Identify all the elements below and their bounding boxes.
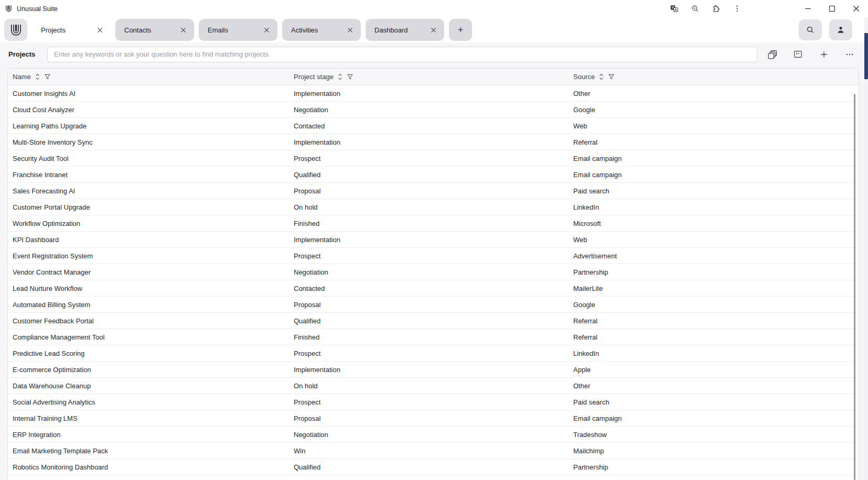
cell-name: Customer Feedback Portal: [8, 317, 294, 325]
cell-source: Mailchimp: [573, 447, 859, 455]
cell-name: Learning Paths Upgrade: [8, 122, 294, 130]
table-row[interactable]: Lead Nurture Workflow Contacted MailerLi…: [8, 280, 859, 297]
cell-source: Paid search: [573, 398, 859, 406]
table-row[interactable]: Partner Portal Implementation Microsoft: [8, 475, 859, 480]
filter-icon[interactable]: [608, 73, 615, 80]
cell-stage: Finished: [294, 220, 573, 227]
table-row[interactable]: Multi-Store Inventory Sync Implementatio…: [8, 134, 859, 150]
tab-emails[interactable]: Emails: [199, 19, 277, 41]
cell-source: MailerLite: [573, 285, 859, 292]
column-label: Project stage: [294, 73, 334, 81]
table-row[interactable]: Cloud Cost Analyzer Negotiation Google: [8, 102, 859, 118]
zoom-out-icon[interactable]: [684, 0, 705, 17]
table-row[interactable]: Security Audit Tool Prospect Email campa…: [8, 150, 859, 167]
tab-close-icon[interactable]: [428, 25, 438, 35]
cell-stage: On hold: [294, 203, 573, 211]
sort-icon[interactable]: [598, 73, 604, 80]
cell-source: Email campaign: [573, 171, 859, 179]
cell-name: Sales Forecasting AI: [8, 187, 294, 195]
window-controls: [796, 0, 868, 17]
cell-source: Microsoft: [573, 220, 859, 227]
titlebar-right: [663, 0, 868, 17]
cell-name: Multi-Store Inventory Sync: [8, 138, 294, 146]
table-row[interactable]: Compliance Management Tool Finished Refe…: [8, 329, 859, 345]
cell-stage: Prospect: [294, 252, 573, 260]
toolbar: Projects: [0, 42, 868, 66]
table-row[interactable]: Workflow Optimization Finished Microsoft: [8, 215, 859, 232]
table-row[interactable]: Franchise Intranet Qualified Email campa…: [8, 167, 859, 183]
table-row[interactable]: Customer Portal Upgrade On hold LinkedIn: [8, 199, 859, 215]
tab-close-icon[interactable]: [178, 25, 188, 35]
tab-label: Emails: [208, 26, 262, 34]
search-input[interactable]: [47, 47, 757, 62]
cell-stage: Implementation: [294, 366, 573, 374]
table-row[interactable]: Event Registration System Prospect Adver…: [8, 248, 859, 264]
page-scrollbar: [864, 17, 868, 480]
tab-close-icon[interactable]: [345, 25, 355, 35]
filter-icon[interactable]: [44, 73, 51, 80]
cell-name: ERP Integration: [8, 431, 294, 439]
cell-source: Partnership: [573, 268, 859, 276]
tab-contacts[interactable]: Contacts: [115, 19, 194, 41]
new-tab-button[interactable]: +: [449, 19, 472, 41]
titlebar-left: Unusual Suite: [0, 5, 58, 13]
cell-source: Other: [573, 90, 859, 97]
cell-stage: Qualified: [294, 317, 573, 325]
cell-name: Email Marketing Template Pack: [8, 447, 294, 455]
cell-name: Robotics Monitoring Dashboard: [8, 463, 294, 471]
table-row[interactable]: Customer Insights AI Implementation Othe…: [8, 85, 859, 102]
filter-icon[interactable]: [347, 73, 353, 80]
table-row[interactable]: Vendor Contract Manager Negotiation Part…: [8, 264, 859, 280]
minimize-icon[interactable]: [796, 0, 820, 17]
table-row[interactable]: Robotics Monitoring Dashboard Qualified …: [8, 459, 859, 475]
table-row[interactable]: Email Marketing Template Pack Win Mailch…: [8, 443, 859, 459]
table-row[interactable]: Internal Training LMS Proposal Email cam…: [8, 410, 859, 427]
tab-close-icon[interactable]: [95, 25, 104, 35]
table-row[interactable]: Data Warehouse Cleanup On hold Other: [8, 378, 859, 394]
table-row[interactable]: Automated Billing System Proposal Google: [8, 297, 859, 313]
table-row[interactable]: ERP Integration Negotiation Tradeshow: [8, 427, 859, 443]
cell-stage: On hold: [294, 382, 573, 390]
tab-projects[interactable]: Projects: [32, 19, 111, 41]
sort-icon[interactable]: [337, 73, 343, 80]
more-icon[interactable]: [837, 46, 862, 63]
cell-source: Partnership: [573, 463, 859, 471]
table-row[interactable]: Learning Paths Upgrade Contacted Web: [8, 118, 859, 134]
cell-name: Customer Portal Upgrade: [8, 203, 294, 211]
board-icon[interactable]: [785, 46, 811, 63]
cell-source: Referral: [573, 317, 859, 325]
table-row[interactable]: Social Advertising Analytics Prospect Pa…: [8, 394, 859, 410]
app-window: Unusual Suite: [0, 0, 868, 480]
copy-icon[interactable]: [759, 46, 785, 63]
page-scrollbar-thumb[interactable]: [864, 33, 868, 79]
tab-close-icon[interactable]: [262, 25, 271, 35]
cell-name: Vendor Contract Manager: [8, 268, 294, 276]
sort-icon[interactable]: [35, 73, 40, 80]
table-row[interactable]: E-commerce Optimization Implementation A…: [8, 362, 859, 378]
cell-name: Predictive Lead Scoring: [8, 350, 294, 357]
table-row[interactable]: Sales Forecasting AI Proposal Paid searc…: [8, 183, 859, 199]
tab-label: Dashboard: [374, 26, 428, 34]
tab-list: Projects Contacts Emails Activities Dash…: [32, 19, 444, 41]
app-home-button[interactable]: [4, 19, 27, 41]
tab-activities[interactable]: Activities: [282, 19, 361, 41]
cell-source: Web: [573, 236, 859, 244]
extensions-icon[interactable]: [705, 0, 726, 17]
user-icon[interactable]: [829, 19, 852, 40]
column-header-source: Source: [573, 73, 859, 81]
add-icon[interactable]: [811, 46, 837, 63]
cell-name: Event Registration System: [8, 252, 294, 260]
table-row[interactable]: KPI Dashboard Implementation Web: [8, 232, 859, 248]
menu-icon[interactable]: [726, 0, 747, 17]
close-icon[interactable]: [844, 0, 868, 17]
maximize-icon[interactable]: [820, 0, 844, 17]
search-icon[interactable]: [799, 19, 822, 40]
tab-label: Contacts: [124, 26, 178, 34]
table-row[interactable]: Customer Feedback Portal Qualified Refer…: [8, 313, 859, 329]
translate-icon[interactable]: [663, 0, 684, 17]
tab-dashboard[interactable]: Dashboard: [366, 19, 444, 41]
table-row[interactable]: Predictive Lead Scoring Prospect LinkedI…: [8, 345, 859, 362]
table-scrollbar[interactable]: [854, 94, 855, 480]
cell-name: Workflow Optimization: [8, 220, 294, 227]
tabstrip-right: [799, 19, 864, 40]
